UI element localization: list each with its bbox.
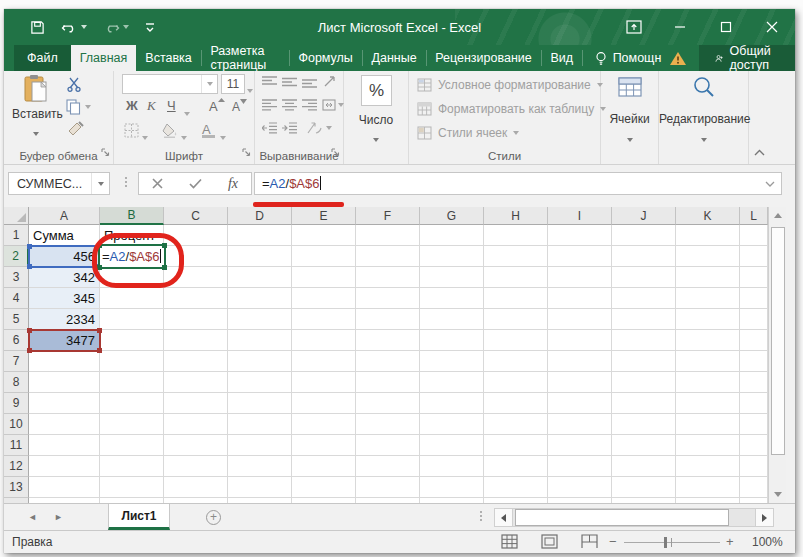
cell-C8[interactable] [164, 372, 228, 393]
row-header-12[interactable]: 12 [4, 456, 29, 477]
cell-H8[interactable] [484, 372, 548, 393]
cell-I13[interactable] [548, 477, 612, 498]
tell-me-assistant[interactable]: Помощн [583, 45, 692, 71]
decrease-indent-button[interactable] [262, 122, 277, 137]
cell-styles-dropdown-arrow[interactable] [513, 131, 519, 135]
cell-J5[interactable] [612, 309, 676, 330]
cell-A8[interactable] [29, 372, 100, 393]
cell-G6[interactable] [420, 330, 484, 351]
cell-B3[interactable] [100, 267, 164, 288]
fill-color-button[interactable] [162, 123, 178, 141]
tab-page-layout[interactable]: Разметка страницы [201, 45, 288, 71]
copy-dropdown-arrow[interactable] [85, 105, 91, 109]
cell-D13[interactable] [228, 477, 292, 498]
vertical-scrollbar[interactable] [768, 207, 786, 503]
cell-E13[interactable] [292, 477, 356, 498]
collapse-ribbon-button[interactable] [754, 145, 765, 159]
increase-indent-button[interactable] [282, 122, 297, 137]
row-header-6[interactable]: 6 [4, 330, 29, 351]
tab-view[interactable]: Вид [541, 45, 582, 71]
cell-G9[interactable] [420, 393, 484, 414]
font-name-dropdown-arrow[interactable] [207, 82, 213, 86]
cell-J10[interactable] [612, 414, 676, 435]
cell-L6[interactable] [740, 330, 768, 351]
cell-C12[interactable] [164, 456, 228, 477]
cell-K8[interactable] [676, 372, 740, 393]
row-header-9[interactable]: 9 [4, 393, 29, 414]
underline-dropdown-arrow[interactable] [184, 105, 190, 119]
cell-J11[interactable] [612, 435, 676, 456]
column-header-I[interactable]: I [548, 207, 612, 225]
tab-insert[interactable]: Вставка [136, 45, 200, 71]
font-color-dropdown-arrow[interactable] [220, 129, 226, 143]
cell-C11[interactable] [164, 435, 228, 456]
cell-G7[interactable] [420, 351, 484, 372]
borders-dropdown-arrow[interactable] [142, 129, 148, 143]
cell-K12[interactable] [676, 456, 740, 477]
cell-A12[interactable] [29, 456, 100, 477]
cell-B10[interactable] [100, 414, 164, 435]
column-header-A[interactable]: A [29, 207, 100, 225]
font-size-combobox[interactable]: 11 [221, 74, 245, 94]
cell-styles-button[interactable]: Стили ячеек [417, 126, 519, 140]
cell-G12[interactable] [420, 456, 484, 477]
cell-H10[interactable] [484, 414, 548, 435]
close-button[interactable] [749, 9, 795, 45]
cell-B9[interactable] [100, 393, 164, 414]
cell-A6[interactable]: 3477 [29, 330, 100, 351]
cell-D11[interactable] [228, 435, 292, 456]
cell-G5[interactable] [420, 309, 484, 330]
maximize-button[interactable] [703, 9, 749, 45]
cell-D10[interactable] [228, 414, 292, 435]
cell-F3[interactable] [356, 267, 420, 288]
cell-C5[interactable] [164, 309, 228, 330]
cell-D4[interactable] [228, 288, 292, 309]
cell-B4[interactable] [100, 288, 164, 309]
cell-C3[interactable] [164, 267, 228, 288]
cell-G1[interactable] [420, 225, 484, 246]
row-header-8[interactable]: 8 [4, 372, 29, 393]
cell-L9[interactable] [740, 393, 768, 414]
cell-L13[interactable] [740, 477, 768, 498]
cell-K3[interactable] [676, 267, 740, 288]
expand-formula-bar-button[interactable] [759, 181, 781, 187]
page-layout-view-button[interactable] [541, 534, 558, 552]
cell-C13[interactable] [164, 477, 228, 498]
select-all-corner[interactable] [4, 207, 29, 225]
cell-J3[interactable] [612, 267, 676, 288]
cell-I2[interactable] [548, 246, 612, 267]
column-header-E[interactable]: E [292, 207, 356, 225]
text-rotate-button[interactable] [307, 121, 332, 135]
cell-B8[interactable] [100, 372, 164, 393]
tab-formulas[interactable]: Формулы [289, 45, 361, 71]
row-header-11[interactable]: 11 [4, 435, 29, 456]
cell-J12[interactable] [612, 456, 676, 477]
cell-B12[interactable] [100, 456, 164, 477]
cell-I1[interactable] [548, 225, 612, 246]
cell-D1[interactable] [228, 225, 292, 246]
align-left-button[interactable] [262, 99, 277, 114]
cell-A2[interactable]: 456 [29, 246, 100, 267]
cell-G10[interactable] [420, 414, 484, 435]
cell-C2[interactable] [164, 246, 228, 267]
cell-L1[interactable] [740, 225, 768, 246]
insert-function-button[interactable]: fx [228, 176, 238, 192]
cell-G8[interactable] [420, 372, 484, 393]
cell-A5[interactable]: 2334 [29, 309, 100, 330]
column-header-G[interactable]: G [420, 207, 484, 225]
cell-F10[interactable] [356, 414, 420, 435]
editing-dropdown-arrow[interactable] [659, 131, 748, 145]
cell-I4[interactable] [548, 288, 612, 309]
cell-K4[interactable] [676, 288, 740, 309]
cell-A13[interactable] [29, 477, 100, 498]
percent-style-button[interactable]: % [361, 75, 392, 106]
cell-D3[interactable] [228, 267, 292, 288]
column-header-C[interactable]: C [164, 207, 228, 225]
cell-L3[interactable] [740, 267, 768, 288]
zoom-in-button[interactable]: + [726, 534, 734, 549]
cell-D2[interactable] [228, 246, 292, 267]
warning-icon[interactable] [669, 51, 687, 66]
fill-color-dropdown-arrow[interactable] [181, 129, 187, 143]
cell-A11[interactable] [29, 435, 100, 456]
cell-C7[interactable] [164, 351, 228, 372]
